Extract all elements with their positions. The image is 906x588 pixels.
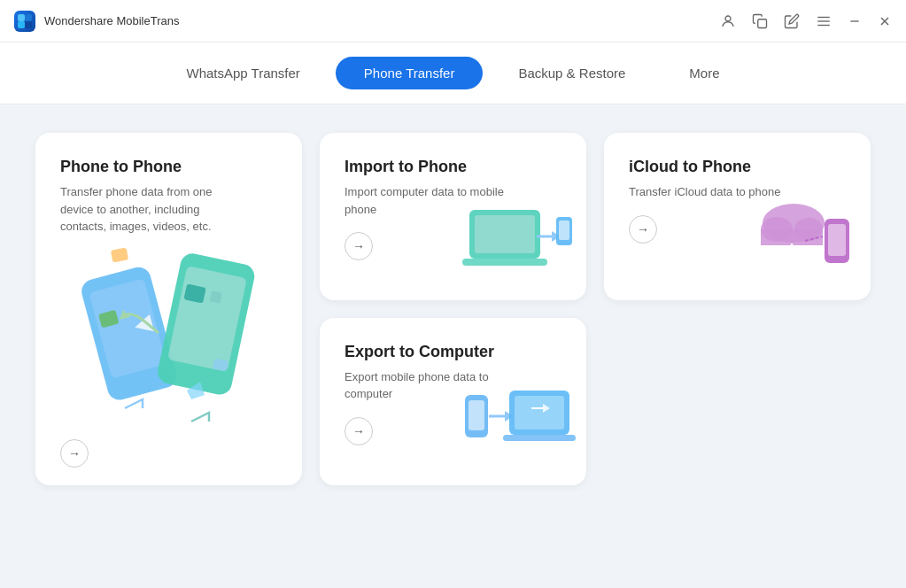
svg-rect-29 <box>559 220 569 240</box>
title-bar-left: Wondershare MobileTrans <box>14 11 179 32</box>
cards-grid: Phone to Phone Transfer phone data from … <box>35 133 871 485</box>
card-icloud-to-phone[interactable]: iCloud to Phone Transfer iCloud data to … <box>604 133 871 300</box>
svg-rect-26 <box>462 259 547 266</box>
app-icon <box>14 11 35 32</box>
card-import-to-phone[interactable]: Import to Phone Import computer data to … <box>320 133 586 300</box>
close-button[interactable] <box>878 14 892 28</box>
import-illustration <box>461 192 576 290</box>
svg-rect-33 <box>761 229 823 245</box>
minimize-button[interactable] <box>848 14 862 28</box>
svg-rect-19 <box>209 290 221 303</box>
card-export-arrow[interactable]: → <box>345 417 373 445</box>
export-illustration <box>461 377 576 475</box>
icloud-illustration <box>745 192 860 290</box>
svg-rect-42 <box>503 435 576 441</box>
svg-rect-36 <box>828 224 846 256</box>
card-phone-to-phone-desc: Transfer phone data from one device to a… <box>60 183 237 236</box>
profile-button[interactable] <box>720 13 736 29</box>
title-bar-right <box>720 13 892 29</box>
card-export-to-computer[interactable]: Export to Computer Export mobile phone d… <box>320 318 586 485</box>
main-content: Phone to Phone Transfer phone data from … <box>0 104 906 588</box>
svg-rect-1 <box>25 14 32 21</box>
svg-rect-5 <box>758 19 767 27</box>
title-bar: Wondershare MobileTrans <box>0 0 906 43</box>
card-icloud-title: iCloud to Phone <box>629 158 846 176</box>
svg-rect-25 <box>475 215 535 253</box>
svg-rect-38 <box>468 400 484 430</box>
duplicate-button[interactable] <box>752 13 768 29</box>
app-title-label: Wondershare MobileTrans <box>44 14 179 27</box>
card-phone-to-phone[interactable]: Phone to Phone Transfer phone data from … <box>35 133 302 485</box>
edit-button[interactable] <box>784 13 800 29</box>
tab-backup[interactable]: Backup & Restore <box>490 57 654 89</box>
nav-bar: WhatsApp Transfer Phone Transfer Backup … <box>0 43 906 104</box>
tab-phone[interactable]: Phone Transfer <box>336 57 484 89</box>
card-icloud-arrow[interactable]: → <box>629 215 657 244</box>
svg-marker-34 <box>786 252 797 261</box>
card-export-title: Export to Computer <box>345 343 561 361</box>
card-import-title: Import to Phone <box>345 158 561 176</box>
svg-point-4 <box>725 16 731 21</box>
phone-to-phone-illustration <box>60 236 277 439</box>
svg-rect-3 <box>25 21 32 28</box>
menu-button[interactable] <box>816 13 832 29</box>
svg-rect-2 <box>18 21 25 28</box>
card-phone-to-phone-title: Phone to Phone <box>60 158 277 176</box>
tab-whatsapp[interactable]: WhatsApp Transfer <box>158 57 328 89</box>
svg-rect-0 <box>18 14 25 21</box>
card-phone-to-phone-arrow[interactable]: → <box>60 439 89 468</box>
tab-more[interactable]: More <box>661 57 747 89</box>
card-import-arrow[interactable]: → <box>345 232 373 260</box>
svg-rect-21 <box>110 247 128 262</box>
svg-rect-41 <box>515 396 564 429</box>
